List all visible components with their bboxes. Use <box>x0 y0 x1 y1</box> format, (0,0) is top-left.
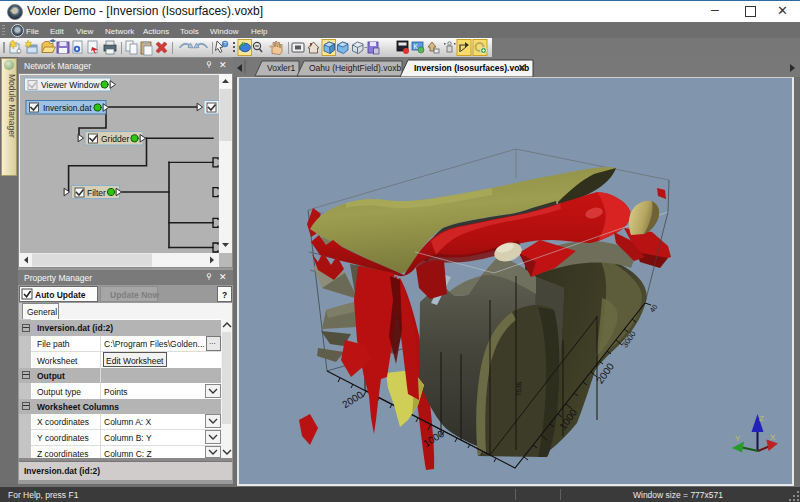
svg-text:Filter: Filter <box>87 188 106 198</box>
svg-text:Oahu (HeightField).voxb: Oahu (HeightField).voxb <box>309 63 401 73</box>
svg-text:Y: Y <box>735 434 741 443</box>
svg-text:K: K <box>414 43 419 50</box>
svg-text:Z: Z <box>759 414 764 423</box>
svg-text:7535: 7535 <box>515 381 523 396</box>
svg-text:Inversion.dat: Inversion.dat <box>43 103 92 113</box>
svg-text:Gridder: Gridder <box>101 134 130 144</box>
svg-text:2000: 2000 <box>340 389 365 410</box>
svg-text:Viewer Window: Viewer Window <box>41 80 100 90</box>
svg-text:X: X <box>770 433 776 442</box>
svg-text:Inversion (Isosurfaces).voxb: Inversion (Isosurfaces).voxb <box>414 63 529 73</box>
svg-text:Voxler1: Voxler1 <box>267 63 296 73</box>
